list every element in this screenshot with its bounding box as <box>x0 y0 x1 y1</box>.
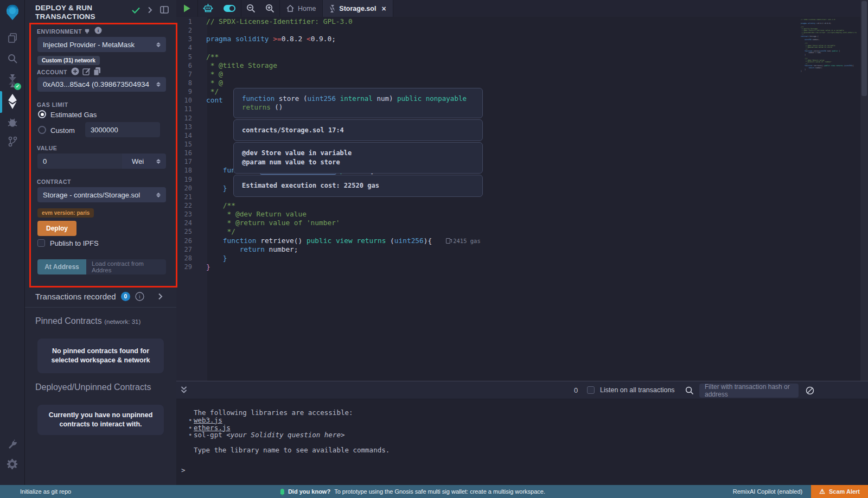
at-address-input[interactable]: Load contract from Addres <box>86 259 166 274</box>
sign-message-icon[interactable] <box>82 67 91 75</box>
compile-success-badge: ✓ <box>14 83 21 90</box>
copy-account-icon[interactable] <box>93 67 101 75</box>
line-number: 6 <box>176 61 200 70</box>
listen-transactions-checkbox[interactable] <box>587 386 595 394</box>
custom-gas-radio[interactable] <box>38 126 46 134</box>
collapse-terminal-icon[interactable] <box>181 386 187 394</box>
panel-expand-chevron-icon[interactable] <box>148 7 152 14</box>
gas-limit-label: GAS LIMIT <box>37 101 68 108</box>
git-init-button[interactable]: Initialize as git repo <box>20 488 71 495</box>
pin-panel-icon[interactable] <box>160 6 169 14</box>
code-line: 22 /** <box>176 201 868 210</box>
lightbulb-icon <box>280 489 284 494</box>
listen-transactions-label: Listen on all transactions <box>600 386 675 394</box>
terminal-line: The following libraries are accessible: <box>176 409 868 417</box>
warning-icon: ⚠ <box>819 488 825 495</box>
code-line: 8 * @ <box>176 79 868 87</box>
select-arrows-icon <box>156 159 161 164</box>
transactions-expand-chevron-icon[interactable] <box>158 293 163 300</box>
line-number: 25 <box>176 227 200 236</box>
editor-scrollbar[interactable] <box>860 0 868 381</box>
zoom-out-icon[interactable] <box>241 4 260 13</box>
settings-gear-icon[interactable] <box>0 459 24 469</box>
evm-version-badge: evm version: paris <box>37 208 94 218</box>
status-bar: Initialize as git repo Did you know? To … <box>0 485 868 498</box>
pinned-network-subtitle: (network: 31) <box>104 318 141 325</box>
icon-rail: ✓ <box>0 0 25 485</box>
terminal-link[interactable]: web3.js <box>194 417 222 424</box>
transactions-recorded-label: Transactions recorded <box>35 292 116 301</box>
account-label: ACCOUNT <box>37 69 67 75</box>
tab-storage-sol[interactable]: Storage.sol × <box>323 0 393 17</box>
line-number: 11 <box>176 105 200 113</box>
terminal: 0 Listen on all transactions Filter with… <box>176 381 868 485</box>
code-line: 28 } <box>176 254 868 263</box>
code-line: 26 function retrieve() public view retur… <box>176 237 868 245</box>
solidity-compiler-icon[interactable]: ✓ <box>0 74 24 88</box>
custom-gas-input[interactable]: 3000000 <box>85 122 160 137</box>
terminal-line: •sol-gpt <your Solidity question here> <box>176 431 868 439</box>
publish-ipfs-checkbox[interactable] <box>37 239 45 247</box>
terminal-search-icon[interactable] <box>685 386 694 395</box>
line-number: 19 <box>176 175 200 184</box>
line-number: 21 <box>176 193 200 201</box>
remix-logo-icon[interactable] <box>0 4 24 22</box>
line-number: 22 <box>176 201 200 210</box>
value-label: VALUE <box>37 145 57 151</box>
transactions-recorded-row[interactable]: Transactions recorded 0 i <box>35 292 163 301</box>
line-number: 14 <box>176 131 200 140</box>
hover-tooltip: function store (uint256 internal num) pu… <box>233 88 483 198</box>
minimap[interactable]: // SPDX-License-Identifier: GPL-3.0 prag… <box>801 19 859 73</box>
terminal-output[interactable]: The following libraries are accessible:•… <box>176 399 868 485</box>
close-tab-icon[interactable]: × <box>381 4 386 13</box>
terminal-filter-input[interactable]: Filter with transaction hash or address <box>699 384 799 398</box>
account-select[interactable]: 0xA03...85ac4 (0.398673504934 <box>37 77 166 92</box>
code-editor[interactable]: 1// SPDX-License-Identifier: GPL-3.023pr… <box>176 17 868 381</box>
scrollbar-thumb[interactable] <box>861 1 867 96</box>
file-explorer-icon[interactable] <box>0 33 24 43</box>
line-number: 29 <box>176 263 200 271</box>
debugger-icon[interactable] <box>0 117 24 127</box>
at-address-button[interactable]: At Address <box>37 259 86 274</box>
custom-gas-label: Custom <box>50 126 75 135</box>
remixai-copilot-icon[interactable] <box>198 3 218 14</box>
plugin-manager-icon[interactable] <box>0 438 24 449</box>
run-script-icon[interactable] <box>176 4 197 12</box>
search-icon[interactable] <box>0 53 24 64</box>
code-line: 5/** <box>176 53 868 61</box>
environment-info-icon[interactable]: i <box>94 27 102 34</box>
code-line: 25 */ <box>176 227 868 236</box>
add-account-icon[interactable] <box>71 67 79 75</box>
transactions-info-icon[interactable]: i <box>135 292 144 301</box>
pinned-contracts-title: Pinned Contracts (network: 31) <box>35 316 141 326</box>
select-arrows-icon <box>156 42 161 47</box>
network-badge: Custom (31) network <box>37 56 100 65</box>
panel-title: DEPLOY & RUN TRANSACTIONS <box>35 4 127 21</box>
copilot-status[interactable]: RemixAI Copilot (enabled) <box>733 488 802 495</box>
git-icon[interactable] <box>0 136 24 148</box>
home-icon <box>286 5 294 12</box>
line-number: 26 <box>176 237 200 245</box>
value-unit-select[interactable]: Wei <box>122 154 166 169</box>
value-input[interactable]: 0 <box>37 154 122 169</box>
estimated-gas-radio[interactable] <box>38 110 46 118</box>
code-line: 6 * @title Storage <box>176 61 868 70</box>
clear-console-icon[interactable] <box>806 386 814 395</box>
publish-ipfs-label: Publish to IPFS <box>50 239 99 247</box>
code-line: 3pragma solidity >=0.8.2 <0.9.0; <box>176 35 868 43</box>
contract-select[interactable]: Storage - contracts/Storage.sol <box>37 187 166 202</box>
select-arrows-icon <box>156 82 161 87</box>
code-line: 23 * @dev Return value <box>176 210 868 219</box>
plug-small-icon[interactable] <box>84 27 90 34</box>
deploy-button[interactable]: Deploy <box>37 221 76 236</box>
contract-label: CONTRACT <box>37 178 71 185</box>
terminal-link[interactable]: ethers.js <box>194 424 231 432</box>
zoom-in-icon[interactable] <box>260 4 279 13</box>
terminal-prompt[interactable]: > <box>181 467 186 474</box>
copilot-toggle-icon[interactable] <box>218 4 241 12</box>
deploy-run-icon[interactable] <box>0 93 24 110</box>
tab-home[interactable]: Home <box>280 0 323 17</box>
terminal-toolbar: 0 Listen on all transactions Filter with… <box>176 381 868 399</box>
environment-select[interactable]: Injected Provider - MetaMask <box>37 37 166 52</box>
scam-alert-button[interactable]: ⚠ Scam Alert <box>811 485 868 498</box>
